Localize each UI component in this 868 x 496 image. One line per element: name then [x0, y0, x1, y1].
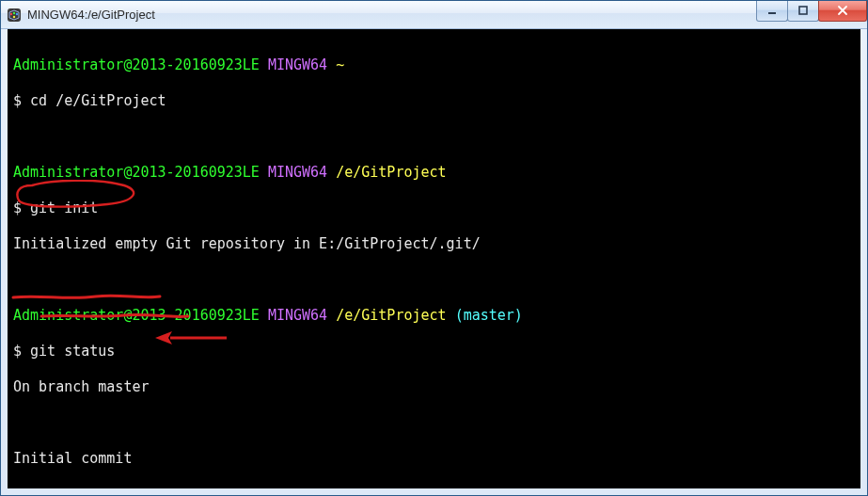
- prompt-user-host: Administrator@2013-20160923LE: [13, 164, 260, 181]
- prompt-sigil: $: [13, 343, 22, 360]
- svg-rect-5: [768, 12, 776, 14]
- cmd-git-init: git init: [30, 200, 98, 216]
- svg-point-2: [13, 11, 15, 13]
- svg-point-1: [10, 12, 12, 14]
- window-controls: [757, 1, 867, 22]
- prompt-line: Administrator@2013-20160923LE MINGW64 /e…: [13, 164, 855, 182]
- terminal-output: Administrator@2013-20160923LE MINGW64 ~ …: [13, 39, 855, 488]
- command-line: $ cd /e/GitProject: [13, 92, 855, 110]
- output-init: Initialized empty Git repository in E:/G…: [13, 235, 855, 253]
- output-initial-commit: Initial commit: [13, 450, 855, 468]
- blank-line: [13, 128, 855, 146]
- prompt-shell: MINGW64: [268, 56, 327, 73]
- prompt-path-home: ~: [336, 56, 344, 73]
- app-icon: [7, 8, 22, 23]
- cmd-cd: cd /e/GitProject: [30, 92, 166, 109]
- titlebar[interactable]: MINGW64:/e/GitProject: [1, 1, 867, 29]
- prompt-path: /e/GitProject: [336, 307, 446, 324]
- window-title: MINGW64:/e/GitProject: [27, 8, 757, 22]
- prompt-path: /e/GitProject: [336, 164, 446, 181]
- prompt-shell: MINGW64: [268, 164, 327, 181]
- output-on-branch: On branch master: [13, 378, 855, 396]
- svg-rect-6: [799, 7, 807, 14]
- command-line: $ git init: [13, 200, 855, 217]
- blank-line: [13, 414, 855, 432]
- cmd-git-status: git status: [30, 343, 115, 360]
- blank-line: [13, 271, 855, 289]
- prompt-user-host: Administrator@2013-20160923LE: [13, 56, 260, 73]
- prompt-line: Administrator@2013-20160923LE MINGW64 ~: [13, 56, 855, 74]
- prompt-branch: (master): [455, 307, 523, 324]
- prompt-sigil: $: [13, 92, 22, 109]
- svg-point-3: [16, 12, 18, 14]
- terminal-area[interactable]: Administrator@2013-20160923LE MINGW64 ~ …: [8, 29, 860, 488]
- maximize-button[interactable]: [787, 1, 819, 22]
- minimize-button[interactable]: [756, 1, 788, 22]
- prompt-line: Administrator@2013-20160923LE MINGW64 /e…: [13, 307, 855, 325]
- prompt-user-host: Administrator@2013-20160923LE: [13, 307, 260, 324]
- prompt-shell: MINGW64: [268, 307, 327, 324]
- close-button[interactable]: [818, 1, 867, 22]
- window-frame: MINGW64:/e/GitProject Administrator@2013…: [0, 0, 868, 496]
- command-line: $ git status: [13, 343, 855, 360]
- blank-line: [13, 486, 855, 488]
- svg-point-4: [13, 15, 15, 17]
- prompt-sigil: $: [13, 200, 22, 216]
